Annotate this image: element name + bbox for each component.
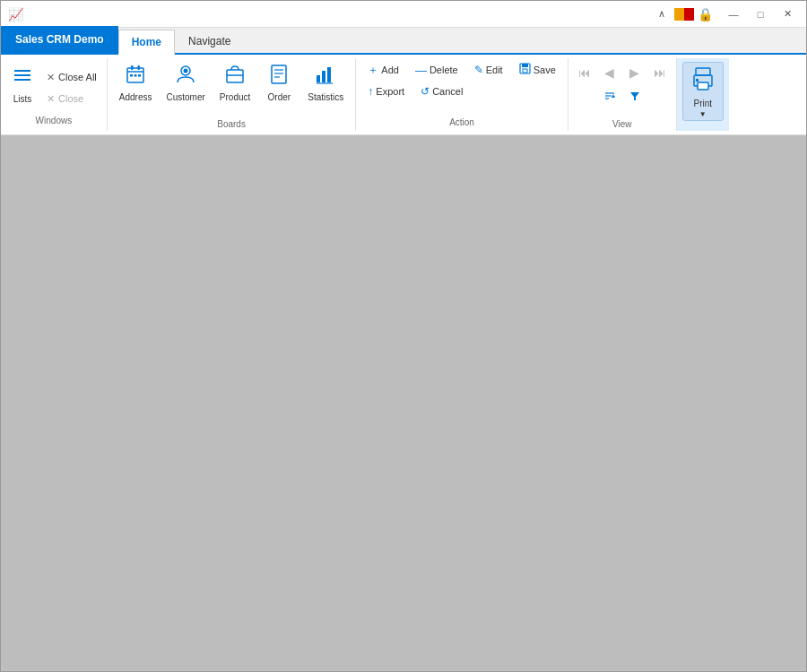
close-all-label: Close All bbox=[58, 72, 97, 82]
minimize-button[interactable]: — bbox=[722, 5, 745, 23]
ribbon-tabs: Sales CRM Demo Home Navigate bbox=[1, 28, 806, 55]
svg-marker-30 bbox=[630, 92, 639, 100]
close-button[interactable]: ✕ Close bbox=[42, 89, 101, 108]
tab-home[interactable]: Home bbox=[118, 30, 175, 55]
close-icon: ✕ bbox=[47, 93, 55, 105]
lists-label: Lists bbox=[13, 94, 32, 105]
close-label: Close bbox=[58, 93, 83, 104]
edit-button[interactable]: ✎ Edit bbox=[468, 60, 509, 80]
product-icon bbox=[223, 63, 247, 89]
sort-icon bbox=[603, 90, 616, 105]
statistics-label: Statistics bbox=[308, 92, 343, 103]
customer-button[interactable]: Customer bbox=[160, 58, 211, 108]
print-icon bbox=[690, 66, 716, 97]
boards-group-label: Boards bbox=[113, 119, 351, 131]
filter-button[interactable] bbox=[624, 87, 646, 107]
customer-icon bbox=[174, 63, 197, 89]
svg-rect-25 bbox=[522, 64, 528, 67]
svg-rect-16 bbox=[272, 65, 286, 83]
nav-next-button[interactable]: ▶ bbox=[624, 62, 646, 83]
add-button[interactable]: ＋ Add bbox=[361, 60, 405, 80]
statistics-button[interactable]: Statistics bbox=[301, 58, 350, 108]
save-icon bbox=[519, 63, 531, 77]
boards-group: Address Customer bbox=[108, 58, 357, 131]
tab-navigate[interactable]: Navigate bbox=[175, 28, 244, 53]
cancel-icon: ↺ bbox=[421, 85, 430, 98]
delete-button[interactable]: — Delete bbox=[409, 60, 464, 80]
title-bar: 📈 ∧ 🔒 — □ ✕ bbox=[1, 1, 806, 28]
delete-icon: — bbox=[415, 64, 427, 77]
windows-group-label: Windows bbox=[6, 116, 101, 127]
order-icon bbox=[267, 63, 291, 89]
action-group: ＋ Add — Delete ✎ Edit Save bbox=[356, 58, 568, 131]
add-label: Add bbox=[381, 65, 399, 75]
svg-rect-26 bbox=[523, 69, 527, 73]
ribbon-collapse-button[interactable]: ∧ bbox=[653, 5, 671, 23]
nav-last-button[interactable]: ⏭ bbox=[649, 62, 671, 83]
edit-label: Edit bbox=[486, 65, 503, 75]
nav-first-button[interactable]: ⏮ bbox=[574, 62, 595, 83]
lock-icon: 🔒 bbox=[698, 7, 713, 22]
maximize-button[interactable]: □ bbox=[749, 5, 772, 23]
svg-rect-20 bbox=[317, 75, 320, 82]
tab-app[interactable]: Sales CRM Demo bbox=[1, 26, 118, 53]
app-icon: 📈 bbox=[8, 7, 23, 22]
save-button[interactable]: Save bbox=[513, 60, 562, 80]
svg-point-13 bbox=[184, 69, 188, 73]
print-label: Print bbox=[693, 99, 712, 108]
view-group-label: View bbox=[574, 117, 671, 131]
cancel-button[interactable]: ↺ Cancel bbox=[414, 82, 469, 101]
cancel-label: Cancel bbox=[432, 86, 463, 97]
ribbon-toolbar: Lists ✕ Close All ✕ Close Windows bbox=[1, 55, 806, 135]
add-icon: ＋ bbox=[368, 63, 378, 78]
close-all-icon: ✕ bbox=[47, 72, 55, 83]
print-button[interactable]: Print ▼ bbox=[682, 62, 724, 121]
svg-rect-6 bbox=[131, 65, 134, 70]
svg-rect-31 bbox=[696, 68, 710, 75]
svg-rect-0 bbox=[674, 8, 684, 21]
order-label: Order bbox=[268, 92, 291, 103]
lists-button[interactable]: Lists bbox=[6, 62, 39, 109]
svg-rect-2 bbox=[14, 70, 30, 72]
close-all-button[interactable]: ✕ Close All bbox=[42, 67, 101, 87]
customer-label: Customer bbox=[166, 92, 204, 103]
print-group: Print ▼ bbox=[677, 58, 729, 131]
svg-rect-14 bbox=[227, 70, 243, 82]
window-close-button[interactable]: ✕ bbox=[776, 5, 799, 23]
svg-rect-21 bbox=[322, 71, 325, 82]
export-icon: ↑ bbox=[368, 85, 373, 98]
order-button[interactable]: Order bbox=[258, 58, 299, 108]
export-label: Export bbox=[376, 86, 404, 97]
sort-button[interactable] bbox=[599, 87, 620, 107]
address-icon bbox=[124, 63, 147, 89]
svg-rect-33 bbox=[698, 82, 708, 90]
svg-rect-22 bbox=[327, 67, 331, 82]
svg-rect-7 bbox=[138, 65, 141, 70]
delete-label: Delete bbox=[430, 65, 458, 75]
nav-prev-button[interactable]: ◀ bbox=[599, 62, 620, 83]
lists-icon bbox=[13, 66, 32, 90]
svg-rect-4 bbox=[14, 79, 30, 81]
statistics-icon bbox=[314, 63, 337, 89]
product-button[interactable]: Product bbox=[213, 58, 256, 108]
export-button[interactable]: ↑ Export bbox=[361, 82, 411, 101]
print-dropdown-arrow: ▼ bbox=[699, 110, 707, 118]
main-content-area bbox=[1, 135, 806, 669]
product-label: Product bbox=[220, 92, 250, 103]
svg-rect-1 bbox=[684, 8, 694, 21]
address-label: Address bbox=[119, 92, 152, 103]
svg-rect-9 bbox=[130, 74, 133, 77]
action-group-label: Action bbox=[361, 116, 561, 129]
filter-icon bbox=[629, 90, 641, 105]
edit-icon: ✎ bbox=[474, 64, 483, 76]
flag-orange-icon bbox=[674, 8, 694, 21]
save-label: Save bbox=[534, 65, 556, 75]
svg-rect-34 bbox=[696, 79, 699, 82]
svg-rect-3 bbox=[14, 74, 30, 76]
view-group: ⏮ ◀ ▶ ⏭ View bbox=[568, 58, 677, 131]
address-button[interactable]: Address bbox=[113, 58, 159, 108]
windows-group: Lists ✕ Close All ✕ Close Windows bbox=[1, 58, 108, 131]
svg-rect-10 bbox=[134, 74, 137, 77]
svg-rect-11 bbox=[138, 74, 141, 77]
